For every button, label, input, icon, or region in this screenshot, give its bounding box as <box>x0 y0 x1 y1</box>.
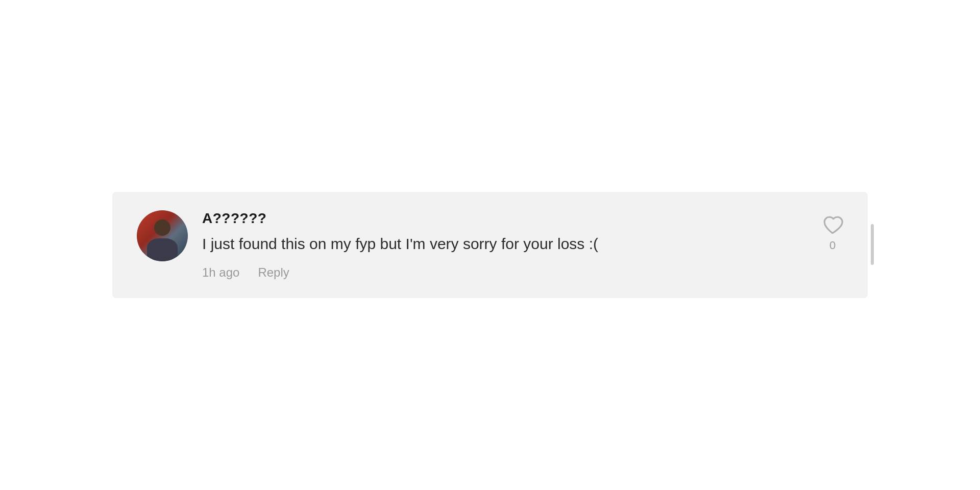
heart-icon[interactable] <box>822 214 843 236</box>
comment-card: A?????? I just found this on my fyp but … <box>112 192 868 298</box>
comment-body: A?????? I just found this on my fyp but … <box>202 210 807 280</box>
avatar-image <box>137 210 188 261</box>
scrollbar-track[interactable] <box>871 224 874 265</box>
reply-button[interactable]: Reply <box>258 265 289 280</box>
like-count: 0 <box>829 239 836 252</box>
page-wrapper: A?????? I just found this on my fyp but … <box>0 0 980 490</box>
like-section: 0 <box>822 210 843 252</box>
avatar <box>137 210 188 261</box>
comment-username: A?????? <box>202 210 807 227</box>
comment-text: I just found this on my fyp but I'm very… <box>202 233 807 255</box>
comment-timestamp: 1h ago <box>202 265 239 280</box>
comment-meta: 1h ago Reply <box>202 265 807 280</box>
